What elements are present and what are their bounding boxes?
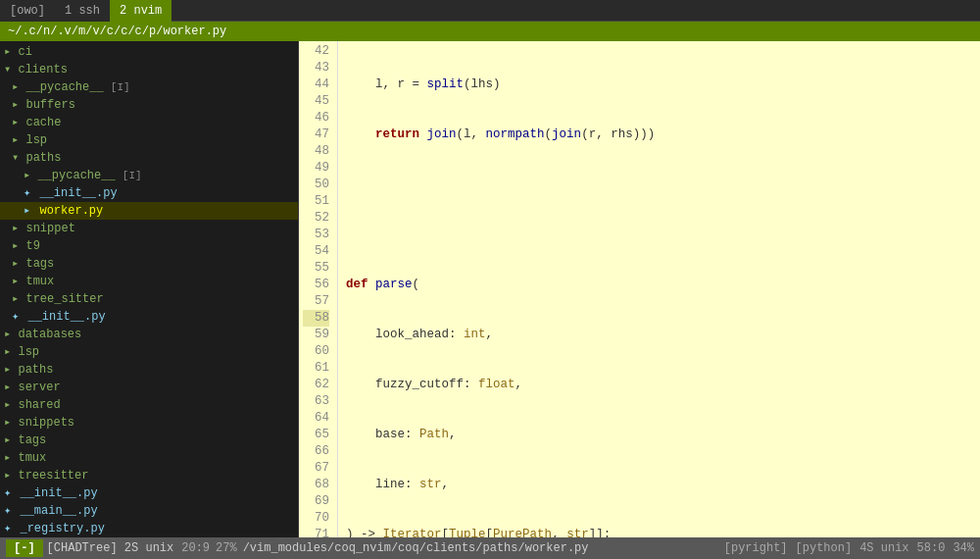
tree-item-tree-sitter[interactable]: ▸ tree_sitter — [0, 290, 298, 308]
folder-icon: ▸ — [12, 275, 25, 288]
tree-item-pycache1[interactable]: ▸ __pycache__ [I] — [0, 78, 298, 96]
file-icon: ✦ — [24, 186, 37, 200]
status-bar: [-] [CHADTree] 2S unix 20:9 27% /vim_mod… — [0, 537, 980, 559]
status-mode: [-] — [6, 539, 43, 557]
code-line-48: fuzzy_cutoff: float, — [346, 377, 972, 393]
folder-icon: ▾ — [12, 151, 25, 165]
folder-icon: ▸ — [12, 257, 25, 271]
title-bar: ~/.c/n/.v/m/v/c/c/c/p/worker.py — [0, 22, 980, 41]
tree-item-lsp2[interactable]: ▸ lsp — [0, 343, 298, 361]
folder-icon: ▸ — [12, 98, 25, 112]
tab-nvim-label: 2 nvim — [120, 4, 162, 18]
tree-item-init-py[interactable]: ✦ __init__.py — [0, 184, 298, 202]
code-line-49: base: Path, — [346, 427, 972, 443]
code-line-43: return join(l, normpath(join(r, rhs))) — [346, 127, 972, 143]
file-icon: ✦ — [4, 486, 18, 500]
folder-icon: ▸ — [12, 116, 25, 129]
status-lsp: [pyright] — [724, 541, 788, 555]
folder-icon: ▸ — [12, 80, 25, 94]
tree-item-main[interactable]: ✦ __main__.py — [0, 502, 298, 520]
tree-item-server[interactable]: ▸ server — [0, 379, 298, 396]
folder-icon: ▾ — [4, 63, 18, 76]
tree-item-snippets[interactable]: ▸ snippets — [0, 414, 298, 432]
tree-item-snippet[interactable]: ▸ snippet — [0, 220, 298, 237]
tree-item-clients[interactable]: ▾ clients — [0, 61, 298, 78]
folder-icon: ▸ — [12, 239, 25, 253]
tree-item-lsp[interactable]: ▸ lsp — [0, 131, 298, 149]
file-icon: ✦ — [12, 310, 25, 324]
tree-item-treesitter[interactable]: ▸ treesitter — [0, 467, 298, 484]
tree-item-pycache2[interactable]: ▸ __pycache__ [I] — [0, 167, 298, 184]
code-area: 42 43 44 45 46 47 48 49 50 51 52 53 54 5… — [299, 41, 980, 537]
tree-item-ci[interactable]: ▸ ci — [0, 43, 298, 61]
code-line-45 — [346, 227, 972, 243]
code-line-51: ) -> Iterator[Tuple[PurePath, str]]: — [346, 527, 972, 537]
code-line-47: look_ahead: int, — [346, 327, 972, 343]
tree-item-tags2[interactable]: ▸ tags — [0, 432, 298, 449]
line-numbers: 42 43 44 45 46 47 48 49 50 51 52 53 54 5… — [299, 41, 338, 537]
title-path: ~/.c/n/.v/m/v/c/c/c/p/worker.py — [8, 25, 226, 38]
tree-item-paths2[interactable]: ▸ paths — [0, 361, 298, 379]
folder-icon: ▸ — [24, 169, 37, 182]
tree-item-init-py2[interactable]: ✦ __init__.py — [0, 308, 298, 326]
folder-icon: ▸ — [4, 345, 18, 359]
tree-item-cache[interactable]: ▸ cache — [0, 114, 298, 131]
code-line-50: line: str, — [346, 477, 972, 493]
folder-icon: ▸ — [4, 381, 18, 394]
folder-icon: ▸ — [4, 433, 18, 447]
folder-icon: ▸ — [4, 416, 18, 430]
code-line-46: def parse( — [346, 277, 972, 293]
code-line-42: l, r = split(lhs) — [346, 76, 972, 93]
folder-icon: ▸ — [12, 133, 25, 147]
status-position: 58:0 — [917, 541, 946, 555]
main-content: ▸ ci ▾ clients ▸ __pycache__ [I] ▸ buffe… — [0, 41, 980, 537]
tree-item-t9[interactable]: ▸ t9 — [0, 237, 298, 255]
tree-item-tags[interactable]: ▸ tags — [0, 255, 298, 273]
status-right-percent: 34% — [953, 541, 974, 555]
status-encoding: 4S unix — [859, 541, 908, 555]
tab-ssh-label: 1 ssh — [65, 4, 100, 18]
status-filetype: [python] — [796, 541, 853, 555]
tab-bar: [owo] 1 ssh 2 nvim — [0, 0, 980, 22]
code-lines: l, r = split(lhs) return join(l, normpat… — [338, 41, 980, 537]
tree-item-paths[interactable]: ▾ paths — [0, 149, 298, 167]
status-filepath: /vim_modules/coq_nvim/coq/clients/paths/… — [243, 541, 724, 555]
file-tree[interactable]: ▸ ci ▾ clients ▸ __pycache__ [I] ▸ buffe… — [0, 41, 299, 537]
status-cursor: 20:9 — [181, 541, 210, 555]
folder-icon: ▸ — [4, 45, 18, 59]
status-percent: 27% — [216, 541, 237, 555]
file-icon: ✦ — [4, 522, 18, 535]
tab-owo-label: [owo] — [10, 4, 45, 18]
status-tree-info: [CHADTree] 2S unix — [47, 541, 174, 555]
tree-item-tmux2[interactable]: ▸ tmux — [0, 449, 298, 467]
code-content: 42 43 44 45 46 47 48 49 50 51 52 53 54 5… — [299, 41, 980, 537]
code-line-44 — [346, 177, 972, 193]
folder-icon: ▸ — [4, 469, 18, 483]
file-icon: ▸ — [24, 204, 37, 218]
tree-item-tmux[interactable]: ▸ tmux — [0, 273, 298, 290]
tree-item-databases[interactable]: ▸ databases — [0, 326, 298, 343]
tree-item-registry[interactable]: ✦ _registry.py — [0, 520, 298, 537]
tree-item-buffers[interactable]: ▸ buffers — [0, 96, 298, 114]
folder-icon: ▸ — [12, 292, 25, 306]
tree-item-init3[interactable]: ✦ __init__.py — [0, 484, 298, 502]
tree-item-shared[interactable]: ▸ shared — [0, 396, 298, 414]
folder-icon: ▸ — [4, 363, 18, 377]
folder-icon: ▸ — [4, 328, 18, 341]
tab-owo[interactable]: [owo] — [0, 0, 55, 22]
tab-ssh[interactable]: 1 ssh — [55, 0, 110, 22]
tab-nvim[interactable]: 2 nvim — [110, 0, 172, 22]
file-icon: ✦ — [4, 504, 18, 518]
folder-icon: ▸ — [12, 222, 25, 235]
tree-item-worker-py[interactable]: ▸ worker.py — [0, 202, 298, 220]
folder-icon: ▸ — [4, 451, 18, 465]
folder-icon: ▸ — [4, 398, 18, 412]
